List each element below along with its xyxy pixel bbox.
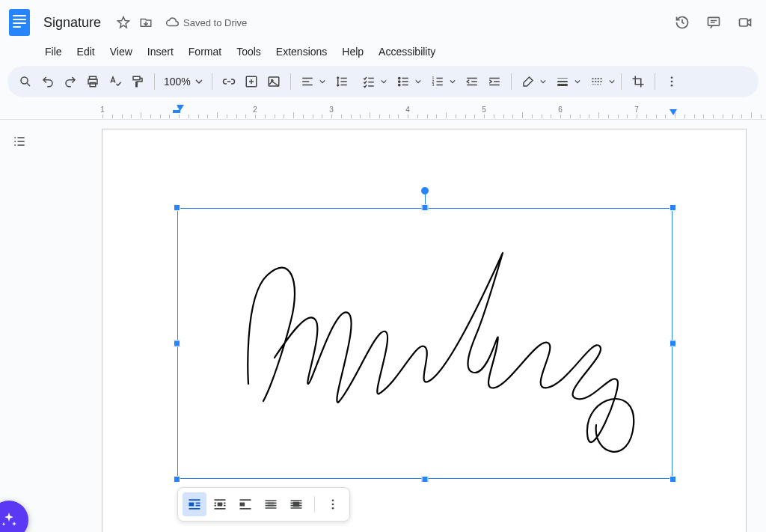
docs-logo[interactable]	[6, 4, 33, 40]
search-menus-button[interactable]	[15, 71, 36, 92]
checklist-dropdown[interactable]	[358, 71, 379, 92]
toolbar: 100% 123	[7, 66, 759, 97]
bulleted-list-dropdown[interactable]	[393, 71, 414, 92]
svg-rect-19	[189, 503, 194, 507]
menu-format[interactable]: Format	[181, 43, 229, 61]
print-button[interactable]	[82, 71, 103, 92]
crop-button[interactable]	[628, 71, 649, 92]
insert-image-button[interactable]	[263, 71, 284, 92]
decrease-indent-button[interactable]	[462, 71, 482, 92]
drive-status-text: Saved to Drive	[183, 17, 247, 28]
border-weight-dropdown[interactable]	[552, 71, 573, 92]
header: Signature Saved to Drive	[0, 0, 766, 63]
wrap-more-button[interactable]	[321, 492, 345, 516]
history-icon[interactable]	[675, 15, 690, 30]
redo-button[interactable]	[60, 71, 81, 92]
cloud-icon	[165, 16, 179, 29]
menu-extensions[interactable]: Extensions	[269, 43, 334, 61]
resize-handle-ml[interactable]	[174, 340, 180, 347]
zoom-dropdown[interactable]: 100%	[161, 76, 206, 88]
svg-point-26	[332, 507, 334, 510]
selected-drawing[interactable]	[177, 208, 672, 479]
comment-icon[interactable]	[706, 15, 721, 30]
meet-icon[interactable]	[738, 15, 753, 30]
resize-handle-bm[interactable]	[422, 476, 429, 483]
wrap-behind-button[interactable]	[259, 492, 283, 516]
workspace	[0, 120, 766, 532]
page	[102, 129, 747, 532]
image-wrap-toolbar	[177, 487, 350, 522]
resize-handle-tm[interactable]	[422, 204, 429, 211]
title-row: Signature Saved to Drive	[6, 4, 760, 40]
left-rail	[0, 120, 39, 532]
resize-handle-mr[interactable]	[670, 340, 676, 347]
menu-insert[interactable]: Insert	[140, 43, 181, 61]
move-icon[interactable]	[138, 15, 153, 30]
align-dropdown[interactable]	[297, 71, 318, 92]
google-docs-app: Signature Saved to Drive	[0, 0, 766, 532]
svg-point-2	[21, 77, 28, 84]
chevron-down-icon	[609, 79, 615, 85]
chevron-down-icon	[450, 79, 456, 85]
horizontal-ruler[interactable]: 11234567	[0, 103, 766, 120]
chevron-down-icon	[415, 79, 421, 85]
chevron-down-icon	[195, 78, 203, 85]
border-color-dropdown[interactable]	[518, 71, 539, 92]
svg-point-25	[332, 504, 334, 506]
left-indent-marker[interactable]	[177, 105, 184, 113]
svg-text:3: 3	[432, 82, 434, 87]
chevron-down-icon	[540, 79, 546, 85]
zoom-value: 100%	[164, 76, 191, 88]
selection-box	[177, 208, 672, 479]
wrap-break-button[interactable]	[233, 492, 257, 516]
svg-rect-1	[740, 19, 748, 26]
svg-point-11	[398, 81, 399, 82]
svg-rect-23	[293, 502, 299, 507]
menu-edit[interactable]: Edit	[70, 43, 102, 61]
star-icon[interactable]	[116, 15, 131, 30]
canvas	[39, 120, 766, 532]
add-comment-button[interactable]	[241, 71, 262, 92]
menu-tools[interactable]: Tools	[229, 43, 269, 61]
svg-point-12	[398, 84, 399, 85]
wrap-text-button[interactable]	[208, 492, 232, 516]
resize-handle-tr[interactable]	[670, 204, 676, 211]
increase-indent-button[interactable]	[484, 71, 505, 92]
chevron-down-icon	[381, 79, 387, 85]
line-spacing-button[interactable]	[331, 71, 352, 92]
menu-accessibility[interactable]: Accessibility	[371, 43, 443, 61]
wrap-inline-button[interactable]	[183, 492, 206, 516]
drive-status[interactable]: Saved to Drive	[165, 16, 247, 29]
document-title[interactable]: Signature	[39, 13, 105, 32]
svg-rect-21	[240, 503, 245, 507]
wrap-front-button[interactable]	[284, 492, 308, 516]
paint-format-button[interactable]	[127, 71, 148, 92]
svg-point-16	[670, 76, 672, 79]
menu-view[interactable]: View	[102, 43, 140, 61]
document-outline-button[interactable]	[8, 130, 31, 153]
menu-help[interactable]: Help	[334, 43, 371, 61]
svg-point-24	[332, 499, 334, 501]
spellcheck-button[interactable]	[105, 71, 126, 92]
svg-point-17	[670, 81, 672, 83]
undo-button[interactable]	[37, 71, 58, 92]
chevron-down-icon	[319, 79, 325, 85]
rotation-handle[interactable]	[421, 187, 429, 195]
insert-link-button[interactable]	[218, 71, 239, 92]
right-indent-marker[interactable]	[670, 109, 677, 115]
svg-point-18	[670, 85, 672, 87]
menu-bar: File Edit View Insert Format Tools Exten…	[6, 40, 760, 63]
more-button[interactable]	[661, 71, 682, 92]
chevron-down-icon	[574, 79, 580, 85]
resize-handle-tl[interactable]	[174, 204, 180, 211]
svg-rect-20	[218, 503, 223, 507]
svg-point-10	[398, 77, 399, 79]
resize-handle-br[interactable]	[670, 476, 676, 483]
svg-rect-6	[133, 76, 140, 80]
resize-handle-bl[interactable]	[174, 476, 180, 483]
svg-rect-0	[708, 17, 720, 25]
numbered-list-dropdown[interactable]: 123	[427, 71, 448, 92]
menu-file[interactable]: File	[37, 43, 70, 61]
border-dash-dropdown[interactable]	[586, 71, 607, 92]
